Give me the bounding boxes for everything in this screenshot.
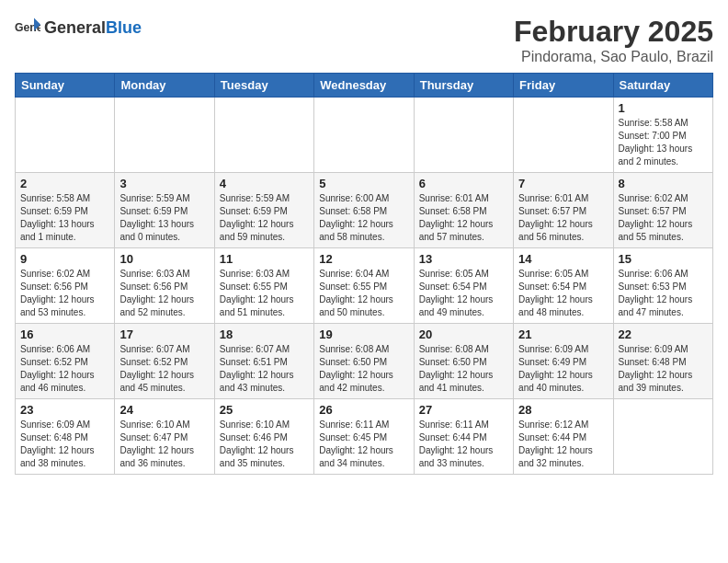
logo-general: General: [44, 18, 106, 37]
table-row: 6Sunrise: 6:01 AM Sunset: 6:58 PM Daylig…: [414, 173, 513, 248]
col-tuesday: Tuesday: [214, 74, 313, 98]
table-row: 26Sunrise: 6:11 AM Sunset: 6:45 PM Dayli…: [314, 399, 414, 475]
day-info: Sunrise: 6:11 AM Sunset: 6:44 PM Dayligh…: [419, 419, 508, 470]
day-info: Sunrise: 6:02 AM Sunset: 6:57 PM Dayligh…: [619, 192, 708, 244]
col-thursday: Thursday: [414, 74, 513, 98]
calendar-week-row: 9Sunrise: 6:02 AM Sunset: 6:56 PM Daylig…: [16, 248, 713, 324]
calendar-table: Sunday Monday Tuesday Wednesday Thursday…: [15, 73, 713, 475]
day-info: Sunrise: 6:09 AM Sunset: 6:49 PM Dayligh…: [518, 343, 608, 395]
logo-icon: Gene: [15, 15, 40, 40]
day-number: 5: [319, 177, 408, 190]
day-number: 10: [119, 252, 209, 266]
table-row: 12Sunrise: 6:04 AM Sunset: 6:55 PM Dayli…: [314, 248, 414, 324]
day-number: 9: [20, 252, 109, 266]
day-number: 12: [319, 252, 408, 266]
day-info: Sunrise: 6:05 AM Sunset: 6:54 PM Dayligh…: [419, 268, 508, 319]
day-number: 21: [518, 327, 608, 341]
col-wednesday: Wednesday: [314, 74, 414, 98]
day-number: 26: [319, 403, 408, 417]
day-info: Sunrise: 6:11 AM Sunset: 6:45 PM Dayligh…: [319, 419, 408, 470]
day-info: Sunrise: 6:01 AM Sunset: 6:57 PM Dayligh…: [518, 192, 608, 244]
day-info: Sunrise: 6:08 AM Sunset: 6:50 PM Dayligh…: [319, 343, 408, 395]
table-row: [115, 98, 214, 173]
day-info: Sunrise: 6:07 AM Sunset: 6:52 PM Dayligh…: [119, 343, 209, 395]
col-friday: Friday: [514, 74, 613, 98]
table-row: 18Sunrise: 6:07 AM Sunset: 6:51 PM Dayli…: [214, 324, 313, 399]
day-info: Sunrise: 6:04 AM Sunset: 6:55 PM Dayligh…: [319, 268, 408, 319]
location-title: Pindorama, Sao Paulo, Brazil: [514, 49, 713, 65]
day-info: Sunrise: 6:02 AM Sunset: 6:56 PM Dayligh…: [20, 268, 109, 319]
table-row: 9Sunrise: 6:02 AM Sunset: 6:56 PM Daylig…: [16, 248, 115, 324]
calendar-week-row: 23Sunrise: 6:09 AM Sunset: 6:48 PM Dayli…: [16, 399, 713, 475]
day-number: 18: [220, 327, 309, 341]
table-row: 25Sunrise: 6:10 AM Sunset: 6:46 PM Dayli…: [214, 399, 313, 475]
day-info: Sunrise: 6:12 AM Sunset: 6:44 PM Dayligh…: [518, 419, 608, 470]
day-number: 13: [419, 252, 508, 266]
table-row: 15Sunrise: 6:06 AM Sunset: 6:53 PM Dayli…: [613, 248, 712, 324]
day-number: 11: [220, 252, 309, 266]
day-number: 15: [619, 252, 708, 266]
day-info: Sunrise: 6:05 AM Sunset: 6:54 PM Dayligh…: [518, 268, 608, 319]
day-info: Sunrise: 6:03 AM Sunset: 6:55 PM Dayligh…: [220, 268, 309, 319]
col-saturday: Saturday: [613, 74, 712, 98]
day-info: Sunrise: 5:59 AM Sunset: 6:59 PM Dayligh…: [119, 192, 209, 244]
col-sunday: Sunday: [16, 74, 115, 98]
day-number: 1: [619, 101, 708, 115]
table-row: 7Sunrise: 6:01 AM Sunset: 6:57 PM Daylig…: [514, 173, 613, 248]
day-number: 22: [619, 327, 708, 341]
table-row: 1Sunrise: 5:58 AM Sunset: 7:00 PM Daylig…: [613, 98, 712, 173]
table-row: [613, 399, 712, 475]
table-row: 19Sunrise: 6:08 AM Sunset: 6:50 PM Dayli…: [314, 324, 414, 399]
day-info: Sunrise: 6:00 AM Sunset: 6:58 PM Dayligh…: [319, 192, 408, 244]
logo-blue: Blue: [106, 18, 142, 37]
table-row: [214, 98, 313, 173]
day-info: Sunrise: 6:07 AM Sunset: 6:51 PM Dayligh…: [220, 343, 309, 395]
table-row: 16Sunrise: 6:06 AM Sunset: 6:52 PM Dayli…: [16, 324, 115, 399]
day-number: 24: [119, 403, 209, 417]
day-info: Sunrise: 6:08 AM Sunset: 6:50 PM Dayligh…: [419, 343, 508, 395]
calendar-week-row: 2Sunrise: 5:58 AM Sunset: 6:59 PM Daylig…: [16, 173, 713, 248]
day-number: 3: [119, 177, 209, 190]
calendar-week-row: 1Sunrise: 5:58 AM Sunset: 7:00 PM Daylig…: [16, 98, 713, 173]
title-block: February 2025 Pindorama, Sao Paulo, Braz…: [514, 15, 713, 65]
table-row: 24Sunrise: 6:10 AM Sunset: 6:47 PM Dayli…: [115, 399, 214, 475]
table-row: [514, 98, 613, 173]
day-number: 28: [518, 403, 608, 417]
table-row: 10Sunrise: 6:03 AM Sunset: 6:56 PM Dayli…: [115, 248, 214, 324]
page-header: Gene GeneralBlue February 2025 Pindorama…: [15, 15, 713, 65]
day-info: Sunrise: 6:09 AM Sunset: 6:48 PM Dayligh…: [20, 419, 109, 470]
day-info: Sunrise: 5:58 AM Sunset: 6:59 PM Dayligh…: [20, 192, 109, 244]
day-info: Sunrise: 5:59 AM Sunset: 6:59 PM Dayligh…: [220, 192, 309, 244]
table-row: 23Sunrise: 6:09 AM Sunset: 6:48 PM Dayli…: [16, 399, 115, 475]
day-number: 8: [619, 177, 708, 190]
day-info: Sunrise: 6:10 AM Sunset: 6:46 PM Dayligh…: [220, 419, 309, 470]
day-info: Sunrise: 6:09 AM Sunset: 6:48 PM Dayligh…: [619, 343, 708, 395]
table-row: 13Sunrise: 6:05 AM Sunset: 6:54 PM Dayli…: [414, 248, 513, 324]
day-info: Sunrise: 6:06 AM Sunset: 6:52 PM Dayligh…: [20, 343, 109, 395]
day-number: 20: [419, 327, 508, 341]
table-row: 21Sunrise: 6:09 AM Sunset: 6:49 PM Dayli…: [514, 324, 613, 399]
day-number: 2: [20, 177, 109, 190]
day-info: Sunrise: 6:03 AM Sunset: 6:56 PM Dayligh…: [119, 268, 209, 319]
day-number: 14: [518, 252, 608, 266]
table-row: 20Sunrise: 6:08 AM Sunset: 6:50 PM Dayli…: [414, 324, 513, 399]
day-number: 25: [220, 403, 309, 417]
table-row: [414, 98, 513, 173]
day-number: 19: [319, 327, 408, 341]
table-row: 5Sunrise: 6:00 AM Sunset: 6:58 PM Daylig…: [314, 173, 414, 248]
table-row: 17Sunrise: 6:07 AM Sunset: 6:52 PM Dayli…: [115, 324, 214, 399]
day-info: Sunrise: 6:06 AM Sunset: 6:53 PM Dayligh…: [619, 268, 708, 319]
calendar-week-row: 16Sunrise: 6:06 AM Sunset: 6:52 PM Dayli…: [16, 324, 713, 399]
day-number: 17: [119, 327, 209, 341]
day-number: 6: [419, 177, 508, 190]
table-row: 28Sunrise: 6:12 AM Sunset: 6:44 PM Dayli…: [514, 399, 613, 475]
table-row: 8Sunrise: 6:02 AM Sunset: 6:57 PM Daylig…: [613, 173, 712, 248]
table-row: 4Sunrise: 5:59 AM Sunset: 6:59 PM Daylig…: [214, 173, 313, 248]
table-row: 2Sunrise: 5:58 AM Sunset: 6:59 PM Daylig…: [16, 173, 115, 248]
day-info: Sunrise: 6:10 AM Sunset: 6:47 PM Dayligh…: [119, 419, 209, 470]
month-title: February 2025: [514, 15, 713, 49]
calendar-header-row: Sunday Monday Tuesday Wednesday Thursday…: [16, 74, 713, 98]
table-row: 22Sunrise: 6:09 AM Sunset: 6:48 PM Dayli…: [613, 324, 712, 399]
day-info: Sunrise: 6:01 AM Sunset: 6:58 PM Dayligh…: [419, 192, 508, 244]
table-row: [16, 98, 115, 173]
